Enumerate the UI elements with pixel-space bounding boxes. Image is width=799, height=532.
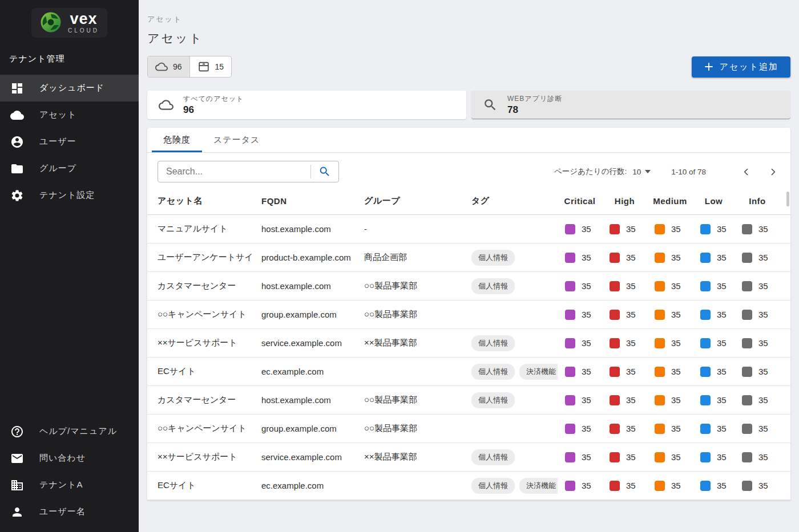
user-circle-icon <box>10 135 24 149</box>
sidebar-item-ユーザー[interactable]: ユーザー <box>0 128 139 155</box>
severity-count: 35 <box>671 281 681 291</box>
tag-pill: 個人情報 <box>471 250 515 266</box>
brand-name: vex <box>70 11 97 27</box>
fqdn-cell: host.example.com <box>252 281 355 291</box>
pagination: ページあたりの行数: 10 1-10 of 78 <box>554 165 780 179</box>
sidebar-footer-item-ユーザー名[interactable]: ユーザー名 <box>0 498 139 525</box>
sidebar-footer-item-ヘルプ/マニュアル[interactable]: ヘルプ/マニュアル <box>0 418 139 445</box>
table-row[interactable]: ECサイトec.example.com個人情報決済機能3535353535 <box>147 358 790 386</box>
column-header-Low: Low <box>693 196 735 206</box>
search-button[interactable] <box>311 165 338 178</box>
fqdn-cell: host.example.com <box>252 395 355 405</box>
table-row[interactable]: カスタマーセンターhost.example.com○○製品事業部個人情報3535… <box>147 386 790 415</box>
table-row[interactable]: ○○キャンペーンサイトgroup.example.com○○製品事業部35353… <box>147 300 790 329</box>
asset-name-cell: ユーザーアンケートサイト <box>158 252 252 263</box>
fqdn-cell: ec.example.com <box>252 481 355 490</box>
fqdn-cell: host.example.com <box>252 224 355 234</box>
severity-cell-low: 35 <box>693 253 735 263</box>
asset-type-toggle-option-0[interactable]: 96 <box>148 56 189 77</box>
summary-card-すべてのアセット[interactable]: すべてのアセット96 <box>147 91 466 119</box>
search-icon <box>483 98 498 112</box>
sidebar-item-アセット[interactable]: アセット <box>0 101 139 128</box>
search-input[interactable] <box>158 166 310 177</box>
sidebar-footer-item-テナントA[interactable]: テナントA <box>0 472 139 498</box>
severity-count: 35 <box>717 367 727 376</box>
severity-swatch-high <box>610 281 620 291</box>
severity-count: 35 <box>626 424 636 433</box>
severity-swatch-critical <box>565 481 575 491</box>
severity-cell-low: 35 <box>693 424 735 434</box>
table-row[interactable]: カスタマーセンターhost.example.com○○製品事業部個人情報3535… <box>147 272 790 300</box>
group-cell: ××製品事業部 <box>355 452 462 462</box>
sidebar-item-ダッシュボード[interactable]: ダッシュボード <box>0 75 139 101</box>
severity-swatch-high <box>610 338 620 348</box>
sidebar-footer-item-問い合わせ[interactable]: 問い合わせ <box>0 445 139 472</box>
previous-page-button[interactable] <box>739 165 753 179</box>
severity-swatch-high <box>610 452 620 462</box>
severity-swatch-medium <box>655 224 665 234</box>
next-page-button[interactable] <box>766 165 780 179</box>
severity-swatch-high <box>610 310 620 320</box>
sidebar-item-label: ダッシュボード <box>39 83 104 94</box>
severity-swatch-medium <box>655 338 665 348</box>
asset-name-cell: マニュアルサイト <box>158 224 252 234</box>
table-body: マニュアルサイトhost.example.com-3535353535ユーザーア… <box>147 215 790 500</box>
brand-subtitle: CLOUD <box>68 27 99 34</box>
tags-cell: 個人情報決済機能 <box>462 478 558 494</box>
summary-card-WEBアプリ診断[interactable]: WEBアプリ診断78 <box>471 91 790 119</box>
tab-status[interactable]: ステータス <box>202 128 271 152</box>
severity-cell-info: 35 <box>735 281 780 291</box>
table-row[interactable]: ユーザーアンケートサイトproduct-b.example.com商品企画部個人… <box>147 243 790 272</box>
severity-swatch-low <box>700 367 711 377</box>
controls-row: 9615 アセット追加 <box>147 56 790 78</box>
vex-logo-icon <box>39 11 62 34</box>
tag-pill: 個人情報 <box>471 478 515 494</box>
table-row[interactable]: ECサイトec.example.com個人情報決済機能3535353535 <box>147 472 790 500</box>
severity-cell-critical: 35 <box>558 253 602 263</box>
severity-count: 35 <box>758 395 768 405</box>
building-icon <box>10 478 24 492</box>
column-header-タグ: タグ <box>462 196 558 206</box>
severity-cell-medium: 35 <box>647 481 693 491</box>
severity-swatch-low <box>700 452 711 462</box>
severity-swatch-high <box>610 395 620 405</box>
sidebar-footer-menu: ヘルプ/マニュアル問い合わせテナントAユーザー名 <box>0 418 139 532</box>
tag-pill: 個人情報 <box>471 449 515 465</box>
add-asset-button[interactable]: アセット追加 <box>692 56 790 78</box>
fqdn-cell: service.example.com <box>252 338 355 348</box>
table-row[interactable]: ○○キャンペーンサイトgroup.example.com○○製品事業部35353… <box>147 415 790 443</box>
tab-risk-level[interactable]: 危険度 <box>152 128 202 152</box>
severity-count: 35 <box>582 424 591 433</box>
tabs: 危険度 ステータス <box>147 128 790 153</box>
rows-per-page-select[interactable]: 10 <box>632 168 651 176</box>
summary-card-label: すべてのアセット <box>183 94 244 104</box>
column-header-アセット名: アセット名 <box>158 196 252 206</box>
severity-swatch-info <box>742 224 752 234</box>
tags-cell: 個人情報 <box>462 392 558 408</box>
sidebar-item-グループ[interactable]: グループ <box>0 155 139 182</box>
table-row[interactable]: ××サービスサポートservice.example.com××製品事業部個人情報… <box>147 443 790 472</box>
severity-cell-medium: 35 <box>647 310 693 320</box>
tags-cell: 個人情報 <box>462 335 558 351</box>
person-icon <box>10 505 24 519</box>
severity-cell-low: 35 <box>693 367 735 377</box>
scrollbar-thumb[interactable] <box>786 192 789 206</box>
severity-count: 35 <box>626 367 636 376</box>
severity-swatch-medium <box>655 281 665 291</box>
table-row[interactable]: ××サービスサポートservice.example.com××製品事業部個人情報… <box>147 329 790 358</box>
severity-swatch-info <box>742 281 752 291</box>
fqdn-cell: product-b.example.com <box>252 253 355 262</box>
severity-cell-high: 35 <box>602 367 647 377</box>
severity-count: 35 <box>717 253 727 262</box>
severity-cell-info: 35 <box>735 452 780 462</box>
summary-card-label: WEBアプリ診断 <box>507 94 562 104</box>
table-header: アセット名FQDNグループタグCriticalHighMediumLowInfo <box>147 188 790 215</box>
sidebar-item-テナント設定[interactable]: テナント設定 <box>0 182 139 209</box>
severity-count: 35 <box>758 224 768 234</box>
caret-down-icon <box>645 169 651 174</box>
severity-count: 35 <box>671 253 681 262</box>
table-row[interactable]: マニュアルサイトhost.example.com-3535353535 <box>147 215 790 243</box>
asset-type-toggle-option-1[interactable]: 15 <box>189 56 232 77</box>
severity-count: 35 <box>758 367 768 376</box>
severity-cell-high: 35 <box>602 338 647 348</box>
